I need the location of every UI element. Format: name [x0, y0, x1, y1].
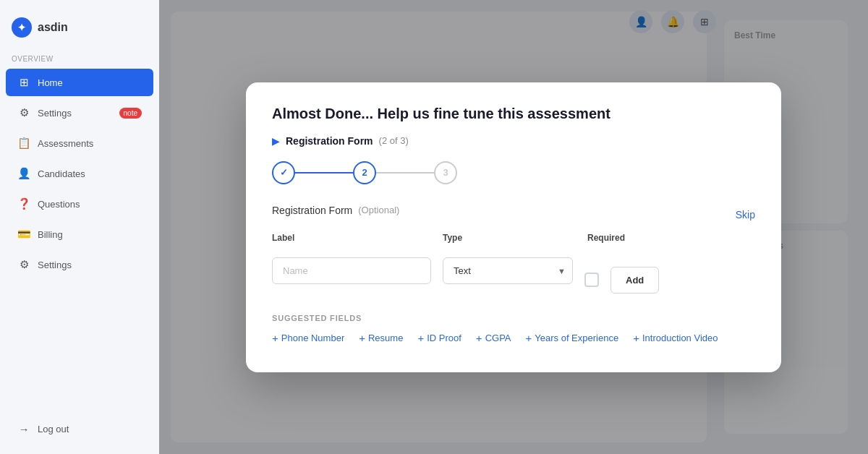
- modal-title: Almost Done... Help us fine tune this as…: [272, 106, 755, 122]
- suggested-cgpa-label: CGPA: [485, 333, 511, 343]
- required-checkbox[interactable]: [584, 273, 599, 287]
- suggested-id-proof[interactable]: + ID Proof: [417, 333, 461, 343]
- plus-icon: +: [526, 333, 532, 343]
- plus-icon: +: [476, 333, 482, 343]
- sidebar-item-home[interactable]: ⊞ Home: [6, 69, 153, 96]
- plus-icon: +: [272, 333, 278, 343]
- plus-icon: +: [417, 333, 424, 343]
- suggested-cgpa[interactable]: + CGPA: [476, 333, 511, 343]
- suggested-section-label: SUGGESTED FIELDS: [272, 314, 755, 322]
- home-icon: ⊞: [17, 76, 30, 89]
- suggested-phone-label: Phone Number: [281, 333, 344, 343]
- suggested-experience[interactable]: + Years of Experience: [526, 333, 619, 343]
- settings2-icon: ⚙: [17, 106, 30, 119]
- label-col-header: Label: [272, 231, 431, 244]
- sidebar-badge: note: [119, 108, 142, 119]
- suggested-experience-label: Years of Experience: [535, 333, 618, 343]
- sidebar-item-label: Assessments: [38, 138, 93, 149]
- step-line-2-3: [376, 172, 434, 174]
- sidebar-item-logout[interactable]: → Log out: [6, 416, 153, 442]
- skip-link[interactable]: Skip: [736, 209, 755, 220]
- main-area: Best Time Quick Links 👤 🔔 ⊞ Almost Done.…: [159, 0, 868, 454]
- optional-text: (Optional): [358, 205, 399, 215]
- form-fields-row: Text Number Date File Dropdown ▼ Add: [272, 248, 755, 294]
- app-name: asdin: [38, 21, 68, 34]
- sidebar-item-label: Settings: [38, 108, 72, 119]
- suggested-intro-video-label: Introduction Video: [642, 333, 718, 343]
- plus-icon: +: [633, 333, 639, 343]
- section-header: ▶ Registration Form (2 of 3): [272, 135, 755, 147]
- sidebar-item-label: Questions: [38, 199, 80, 210]
- sidebar-item-assessments[interactable]: 📋 Assessments: [6, 129, 153, 157]
- logout-icon: →: [17, 423, 30, 435]
- modal-backdrop: Almost Done... Help us fine tune this as…: [159, 0, 868, 454]
- assessments-icon: 📋: [17, 137, 30, 150]
- app-logo-icon: ✦: [12, 17, 32, 38]
- type-col-header: Type: [443, 231, 573, 244]
- suggested-fields: + Phone Number + Resume + ID Proof + CGP…: [272, 333, 755, 343]
- settings-icon: ⚙: [17, 258, 30, 271]
- sidebar-item-settings2[interactable]: ⚙ Settings note: [6, 99, 153, 127]
- questions-icon: ❓: [17, 197, 30, 210]
- sidebar-item-candidates[interactable]: 👤 Candidates: [6, 160, 153, 187]
- section-header-title: Registration Form: [286, 135, 373, 147]
- sidebar-section-label: OVERVIEW: [0, 52, 159, 66]
- registration-form-label-row: Registration Form (Optional): [272, 205, 399, 216]
- name-input[interactable]: [272, 257, 431, 284]
- sidebar-item-label: Settings: [38, 260, 72, 270]
- candidates-icon: 👤: [17, 167, 30, 180]
- step-1-label: ✓: [280, 167, 288, 178]
- sidebar-item-settings[interactable]: ⚙ Settings: [6, 251, 153, 278]
- step-2-label: 2: [362, 167, 367, 178]
- sidebar-item-questions[interactable]: ❓ Questions: [6, 190, 153, 218]
- sidebar-item-label: Billing: [38, 229, 63, 240]
- suggested-resume[interactable]: + Resume: [359, 333, 403, 343]
- suggested-id-proof-label: ID Proof: [427, 333, 461, 343]
- plus-icon: +: [359, 333, 365, 343]
- step-3: 3: [434, 161, 457, 184]
- step-3-label: 3: [443, 167, 448, 178]
- suggested-phone[interactable]: + Phone Number: [272, 333, 344, 343]
- suggested-intro-video[interactable]: + Introduction Video: [633, 333, 718, 343]
- sidebar-item-label: Log out: [38, 424, 69, 434]
- step-1: ✓: [272, 161, 295, 184]
- required-col-header: Required: [584, 231, 628, 244]
- sidebar: ✦ asdin OVERVIEW ⊞ Home ⚙ Settings note …: [0, 0, 159, 454]
- section-arrow-icon: ▶: [272, 135, 280, 147]
- step-line-1-2: [295, 172, 353, 174]
- modal-dialog: Almost Done... Help us fine tune this as…: [246, 82, 781, 372]
- step-2: 2: [353, 161, 376, 184]
- sidebar-item-billing[interactable]: 💳 Billing: [6, 220, 153, 248]
- section-header-count: (2 of 3): [379, 135, 409, 146]
- stepper: ✓ 2 3: [272, 161, 755, 184]
- add-button[interactable]: Add: [610, 267, 659, 294]
- sidebar-item-label: Home: [38, 77, 63, 88]
- form-row-header: Registration Form (Optional) Skip: [272, 205, 755, 225]
- billing-icon: 💳: [17, 228, 30, 241]
- suggested-resume-label: Resume: [368, 333, 403, 343]
- sidebar-item-label: Candidates: [38, 168, 85, 179]
- sidebar-logo: ✦ asdin: [0, 12, 159, 49]
- type-select-wrapper: Text Number Date File Dropdown ▼: [443, 257, 573, 284]
- registration-form-label-text: Registration Form: [272, 205, 352, 216]
- type-select[interactable]: Text Number Date File Dropdown: [443, 257, 573, 284]
